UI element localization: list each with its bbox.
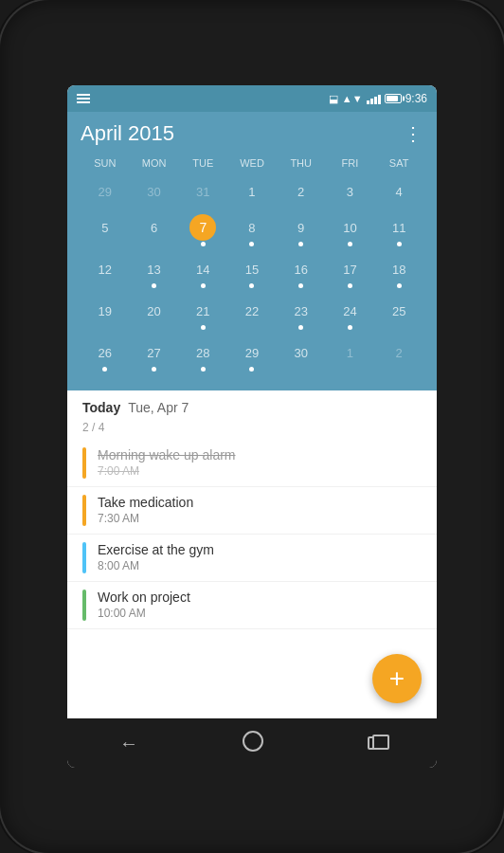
status-right: ⬓ ▲▼ 9:36 (329, 92, 427, 105)
phone-frame: ⬓ ▲▼ 9:36 April 2015 ⋮ (0, 0, 504, 853)
week-5: 26 27 28 29 30 1 2 (81, 336, 423, 375)
week-3: 12 13 14 15 16 17 18 (81, 252, 423, 292)
recents-button[interactable] (349, 725, 404, 762)
cal-day[interactable]: 8 (227, 210, 277, 250)
dow-thu: THU (277, 155, 326, 171)
cal-day[interactable]: 5 (81, 210, 130, 250)
event-item-2[interactable]: Take medication 7:30 AM (67, 487, 437, 535)
cal-day[interactable]: 1 (326, 336, 375, 375)
dow-wed: WED (227, 155, 277, 171)
cal-day[interactable]: 28 (178, 336, 227, 375)
dow-sat: SAT (374, 155, 423, 171)
cal-day[interactable]: 9 (277, 210, 326, 250)
event-title-3: Exercise at the gym (98, 542, 422, 557)
nav-bar: ← (67, 718, 437, 768)
home-icon (243, 731, 263, 752)
home-button[interactable] (224, 723, 282, 764)
signal-icon (367, 93, 381, 104)
cal-day[interactable]: 27 (130, 336, 179, 375)
cal-day[interactable]: 12 (81, 252, 130, 292)
calendar-title: April 2015 (81, 121, 174, 146)
event-item-4[interactable]: Work on project 10:00 AM (67, 582, 437, 629)
cal-day[interactable]: 1 (227, 174, 277, 209)
wifi-icon: ▲▼ (342, 93, 363, 104)
event-title-1: Morning wake up alarm (98, 447, 422, 463)
event-color-bar-1 (82, 447, 86, 479)
dow-mon: MON (130, 155, 179, 171)
event-time-1: 7:00 AM (98, 464, 422, 478)
event-item-3[interactable]: Exercise at the gym 8:00 AM (67, 535, 437, 582)
cal-day[interactable]: 20 (130, 294, 179, 334)
cal-day[interactable]: 30 (277, 336, 326, 375)
cal-day[interactable]: 22 (227, 294, 277, 334)
event-title-2: Take medication (98, 495, 422, 510)
event-time-4: 10:00 AM (98, 607, 422, 620)
event-time-2: 7:30 AM (98, 512, 422, 525)
week-1: 29 30 31 1 2 3 4 (81, 174, 423, 209)
cal-day[interactable]: 16 (277, 252, 326, 292)
cal-day[interactable]: 21 (178, 294, 227, 334)
cal-day[interactable]: 4 (374, 174, 423, 209)
recents-icon (368, 736, 385, 750)
week-4: 19 20 21 22 23 24 25 (81, 294, 423, 334)
agenda-section: Today Tue, Apr 7 2 / 4 Morning wake up a… (67, 390, 437, 718)
dow-tue: TUE (178, 155, 227, 171)
today-label: Today (82, 400, 120, 415)
calendar-header: April 2015 ⋮ (81, 121, 423, 146)
agenda-items: Morning wake up alarm 7:00 AM Take medic… (67, 436, 437, 633)
more-options-icon[interactable]: ⋮ (404, 122, 423, 145)
cal-day[interactable]: 29 (227, 336, 277, 375)
agenda-date: Tue, Apr 7 (128, 400, 189, 415)
cal-day[interactable]: 24 (326, 294, 375, 334)
agenda-header: Today Tue, Apr 7 (67, 390, 437, 419)
menu-icon (77, 94, 90, 103)
cal-day[interactable]: 29 (81, 174, 130, 209)
cal-day[interactable]: 3 (326, 174, 375, 209)
dow-fri: FRI (326, 155, 375, 171)
back-icon: ← (119, 733, 138, 753)
event-time-3: 8:00 AM (98, 559, 422, 572)
cal-day[interactable]: 11 (374, 210, 423, 250)
cal-day[interactable]: 18 (374, 252, 423, 292)
status-left (77, 94, 90, 103)
cal-day[interactable]: 6 (130, 210, 179, 250)
cal-day[interactable]: 17 (326, 252, 375, 292)
event-color-bar-2 (82, 495, 86, 526)
calendar-grid: SUN MON TUE WED THU FRI SAT 29 30 31 1 2… (81, 155, 423, 375)
cal-day[interactable]: 13 (130, 252, 179, 292)
cal-day[interactable]: 15 (227, 252, 277, 292)
add-event-fab[interactable]: + (372, 654, 422, 703)
bluetooth-icon: ⬓ (329, 93, 338, 105)
event-content-1: Morning wake up alarm 7:00 AM (98, 447, 422, 479)
cal-day[interactable]: 19 (81, 294, 130, 334)
cal-day[interactable]: 2 (277, 174, 326, 209)
event-color-bar-3 (82, 542, 86, 573)
calendar-section: April 2015 ⋮ SUN MON TUE WED THU FRI SAT… (67, 112, 437, 390)
event-content-3: Exercise at the gym 8:00 AM (98, 542, 422, 573)
battery-icon (385, 94, 402, 103)
dow-sun: SUN (81, 155, 130, 171)
back-button[interactable]: ← (100, 725, 157, 762)
cal-day[interactable]: 2 (374, 336, 423, 375)
cal-day[interactable]: 25 (374, 294, 423, 334)
plus-icon: + (389, 665, 405, 692)
cal-day[interactable]: 23 (277, 294, 326, 334)
event-content-2: Take medication 7:30 AM (98, 495, 422, 526)
phone-screen: ⬓ ▲▼ 9:36 April 2015 ⋮ (67, 85, 437, 768)
event-title-4: Work on project (98, 590, 422, 605)
cal-day[interactable]: 10 (326, 210, 375, 250)
event-item-1[interactable]: Morning wake up alarm 7:00 AM (67, 440, 437, 487)
agenda-count: 2 / 4 (67, 419, 437, 436)
days-of-week-row: SUN MON TUE WED THU FRI SAT (81, 155, 423, 171)
time-display: 9:36 (405, 92, 427, 105)
cal-day[interactable]: 26 (81, 336, 130, 375)
week-2: 5 6 7 8 9 10 11 (81, 210, 423, 250)
cal-day-today[interactable]: 7 (178, 210, 227, 250)
event-content-4: Work on project 10:00 AM (98, 590, 422, 621)
status-bar: ⬓ ▲▼ 9:36 (67, 85, 437, 112)
cal-day[interactable]: 30 (130, 174, 179, 209)
cal-day[interactable]: 31 (178, 174, 227, 209)
event-color-bar-4 (82, 590, 86, 621)
cal-day[interactable]: 14 (178, 252, 227, 292)
